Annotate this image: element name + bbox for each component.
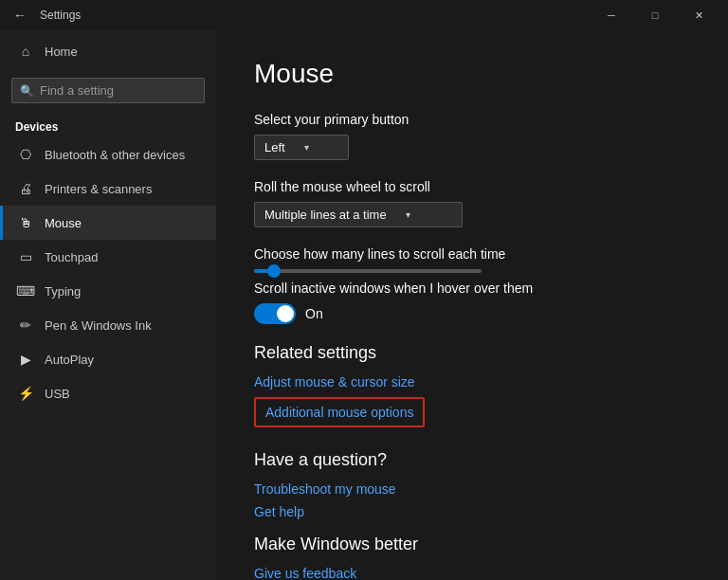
printer-icon: 🖨 bbox=[18, 181, 33, 196]
scroll-wheel-group: Roll the mouse wheel to scroll Multiple … bbox=[254, 179, 690, 227]
sidebar-bluetooth-label: Bluetooth & other devices bbox=[45, 148, 185, 162]
scroll-wheel-value: Multiple lines at a time bbox=[264, 208, 387, 222]
sidebar: ⌂ Home 🔍 Devices ⎔ Bluetooth & other dev… bbox=[0, 30, 216, 580]
scroll-lines-label: Choose how many lines to scroll each tim… bbox=[254, 246, 690, 262]
titlebar: ← Settings ─ □ ✕ bbox=[0, 0, 728, 30]
sidebar-home-label: Home bbox=[45, 45, 78, 59]
touchpad-icon: ▭ bbox=[18, 249, 33, 264]
minimize-button[interactable]: ─ bbox=[590, 0, 633, 30]
related-settings-heading: Related settings bbox=[254, 343, 690, 363]
sidebar-item-mouse[interactable]: 🖱 Mouse bbox=[0, 206, 216, 240]
question-heading: Have a question? bbox=[254, 450, 690, 470]
primary-button-value: Left bbox=[264, 140, 285, 154]
dropdown-arrow-icon: ▾ bbox=[304, 142, 309, 153]
sidebar-touchpad-label: Touchpad bbox=[45, 250, 98, 264]
close-button[interactable]: ✕ bbox=[677, 0, 720, 30]
adjust-cursor-link[interactable]: Adjust mouse & cursor size bbox=[254, 374, 690, 390]
sidebar-printers-label: Printers & scanners bbox=[45, 182, 152, 196]
sidebar-autoplay-label: AutoPlay bbox=[45, 353, 94, 367]
titlebar-title: Settings bbox=[40, 9, 81, 22]
page-title: Mouse bbox=[254, 59, 690, 89]
toggle-state-label: On bbox=[305, 306, 323, 321]
toggle-row: On bbox=[254, 303, 690, 324]
primary-button-dropdown[interactable]: Left ▾ bbox=[254, 135, 349, 160]
sidebar-item-printers[interactable]: 🖨 Printers & scanners bbox=[0, 172, 216, 206]
toggle-knob bbox=[277, 305, 294, 322]
bluetooth-icon: ⎔ bbox=[18, 147, 33, 162]
sidebar-typing-label: Typing bbox=[45, 284, 81, 299]
sidebar-item-typing[interactable]: ⌨ Typing bbox=[0, 274, 216, 308]
autoplay-icon: ▶ bbox=[18, 352, 33, 367]
home-icon: ⌂ bbox=[18, 44, 33, 59]
scroll-lines-group: Choose how many lines to scroll each tim… bbox=[254, 246, 690, 273]
search-input[interactable] bbox=[40, 83, 199, 98]
scroll-wheel-dropdown[interactable]: Multiple lines at a time ▾ bbox=[254, 202, 463, 227]
titlebar-controls: ─ □ ✕ bbox=[590, 0, 720, 30]
sidebar-item-autoplay[interactable]: ▶ AutoPlay bbox=[0, 342, 216, 376]
sidebar-item-usb[interactable]: ⚡ USB bbox=[0, 376, 216, 410]
sidebar-pen-label: Pen & Windows Ink bbox=[45, 318, 152, 333]
scroll-wheel-label: Roll the mouse wheel to scroll bbox=[254, 179, 690, 194]
search-icon: 🔍 bbox=[20, 84, 34, 98]
main-content: Mouse Select your primary button Left ▾ … bbox=[216, 30, 728, 580]
back-button[interactable]: ← bbox=[8, 4, 32, 27]
app-container: ⌂ Home 🔍 Devices ⎔ Bluetooth & other dev… bbox=[0, 30, 728, 580]
pen-icon: ✏ bbox=[18, 317, 33, 333]
scroll-inactive-label: Scroll inactive windows when I hover ove… bbox=[254, 281, 690, 296]
sidebar-search-box[interactable]: 🔍 bbox=[11, 78, 205, 103]
scroll-inactive-toggle[interactable] bbox=[254, 303, 296, 324]
primary-button-label: Select your primary button bbox=[254, 112, 690, 127]
usb-icon: ⚡ bbox=[18, 386, 33, 401]
better-heading: Make Windows better bbox=[254, 535, 690, 554]
titlebar-left: ← Settings bbox=[8, 4, 81, 27]
scroll-inactive-group: Scroll inactive windows when I hover ove… bbox=[254, 281, 690, 324]
maximize-button[interactable]: □ bbox=[633, 0, 677, 30]
additional-mouse-options-link[interactable]: Additional mouse options bbox=[254, 397, 425, 427]
mouse-icon: 🖱 bbox=[18, 215, 33, 230]
primary-button-group: Select your primary button Left ▾ bbox=[254, 112, 690, 160]
scroll-dropdown-arrow-icon: ▾ bbox=[406, 209, 410, 220]
sidebar-section-label: Devices bbox=[0, 113, 216, 137]
sidebar-item-touchpad[interactable]: ▭ Touchpad bbox=[0, 240, 216, 274]
feedback-link[interactable]: Give us feedback bbox=[254, 566, 690, 580]
sidebar-item-pen[interactable]: ✏ Pen & Windows Ink bbox=[0, 308, 216, 342]
scroll-slider-thumb[interactable] bbox=[267, 264, 281, 278]
typing-icon: ⌨ bbox=[18, 283, 33, 299]
sidebar-item-home[interactable]: ⌂ Home bbox=[0, 34, 216, 68]
sidebar-item-bluetooth[interactable]: ⎔ Bluetooth & other devices bbox=[0, 137, 216, 172]
scroll-slider-track[interactable] bbox=[254, 269, 482, 273]
help-link[interactable]: Get help bbox=[254, 504, 690, 519]
sidebar-usb-label: USB bbox=[45, 387, 70, 401]
sidebar-mouse-label: Mouse bbox=[45, 216, 82, 230]
troubleshoot-link[interactable]: Troubleshoot my mouse bbox=[254, 481, 690, 497]
